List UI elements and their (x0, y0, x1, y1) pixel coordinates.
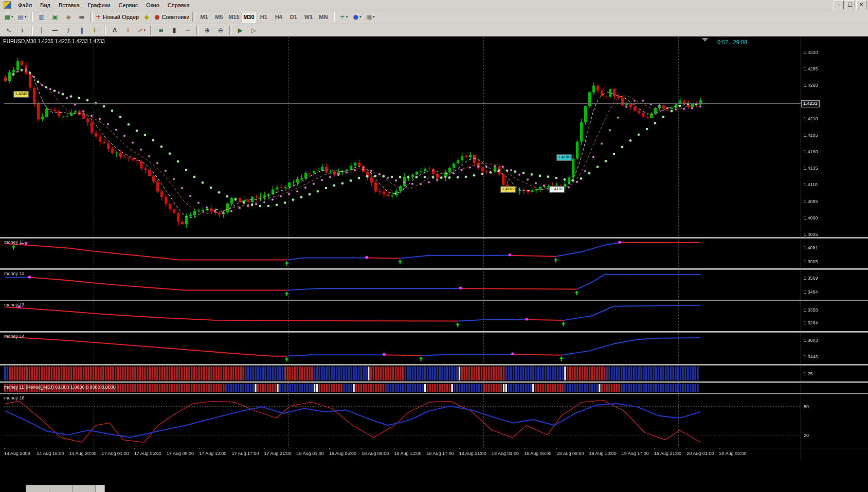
terminal-button[interactable]: ▬ (76, 11, 88, 23)
menu-item-4[interactable]: Сервис (115, 1, 142, 9)
profiles-button[interactable]: ▤▾ (16, 11, 28, 23)
minimize-button[interactable]: – (834, 1, 844, 9)
auto-scroll-icon: ▶ (238, 27, 242, 33)
arrows-icon: ↗ (137, 27, 142, 33)
menu-item-3[interactable]: Графики (84, 1, 115, 9)
timeframe-m5-button[interactable]: M5 (212, 12, 226, 23)
toolbar-separator (333, 12, 335, 22)
horizontal-line-button[interactable]: — (49, 25, 61, 36)
timeframe-mn-button[interactable]: MN (316, 12, 330, 23)
chart-tab[interactable] (73, 485, 96, 492)
metaeditor-icon: ◆ (144, 14, 149, 20)
market-watch-icon: ▥ (39, 14, 44, 20)
line-chart-mode-button[interactable]: ~ (182, 25, 194, 36)
timeframe-h1-button[interactable]: H1 (257, 12, 270, 23)
app-icon (4, 1, 11, 9)
indicators-icon: + (340, 14, 345, 20)
timeframe-m30-button[interactable]: M30 (242, 12, 256, 23)
data-window-button[interactable]: ▣ (49, 11, 61, 23)
data-window-icon: ▣ (52, 14, 58, 20)
templates-icon: ▦ (366, 14, 372, 20)
chart-tab[interactable] (26, 485, 49, 492)
text-label-icon: T (126, 27, 130, 33)
text-button[interactable]: A (109, 25, 121, 36)
expert-advisors-label: Советники (162, 14, 190, 20)
menu-item-2[interactable]: Вставка (55, 1, 84, 9)
dropdown-caret-icon: ▾ (346, 15, 348, 19)
close-button[interactable]: × (856, 1, 866, 9)
timeframe-w1-button[interactable]: W1 (301, 12, 315, 23)
toolbar-separator (196, 26, 198, 35)
cursor-button[interactable]: ↖ (3, 25, 15, 36)
timeframe-d1-button[interactable]: D1 (286, 12, 300, 23)
menu-bar: ФайлВидВставкаГрафикиСервисОкноСправка –… (0, 0, 868, 10)
text-icon: A (113, 27, 117, 33)
trendline-button[interactable]: / (62, 25, 75, 36)
zoom-out-button[interactable]: ⊖ (214, 25, 227, 36)
horizontal-line-icon: — (52, 27, 58, 33)
terminal-icon: ▬ (79, 14, 84, 20)
toolbar-separator (229, 26, 231, 35)
expert-advisors-button[interactable]: ●Советники (154, 11, 190, 23)
menu-item-5[interactable]: Окно (142, 1, 164, 9)
toolbar-separator (192, 12, 194, 22)
market-watch-button[interactable]: ▥ (35, 11, 48, 23)
crosshair-button[interactable]: + (16, 25, 28, 36)
candlestick-mode-button[interactable]: ▮ (168, 25, 180, 36)
chart-tab[interactable] (49, 485, 73, 492)
bar-chart-mode-icon: ≡ (158, 27, 164, 33)
toolbar-separator (104, 26, 106, 35)
periods-button[interactable]: ●▾ (351, 11, 363, 23)
line-studies-toolbar: ↖+|—/∥FAT↗▾≡▮~⊕⊖▶▷ (0, 24, 868, 37)
timeframe-m15-button[interactable]: M15 (227, 12, 241, 23)
chart-window: 1.43101.42851.42601.42101.41851.41601.41… (0, 37, 868, 492)
cursor-icon: ↖ (6, 27, 11, 33)
new-order-button[interactable]: +Новый Ордер (95, 11, 139, 23)
bar-chart-mode-button[interactable]: ≡ (155, 25, 167, 36)
toolbar-separator (31, 12, 33, 22)
timeframe-m1-button[interactable]: M1 (197, 12, 211, 23)
indicators-button[interactable]: +▾ (337, 11, 350, 23)
toolbar-separator (91, 12, 93, 22)
crosshair-icon: + (20, 27, 25, 33)
dropdown-caret-icon: ▾ (373, 15, 375, 19)
auto-scroll-button[interactable]: ▶ (234, 25, 246, 36)
new-chart-button[interactable]: ▦▾ (3, 11, 15, 23)
templates-button[interactable]: ▦▾ (364, 11, 376, 23)
chart-shift-button[interactable]: ▷ (247, 25, 260, 36)
toolbar-separator (150, 26, 152, 35)
restore-button[interactable]: □ (845, 1, 855, 9)
metaeditor-button[interactable]: ◆ (140, 11, 153, 23)
zoom-in-icon: ⊕ (205, 27, 210, 33)
dropdown-caret-icon: ▾ (143, 28, 146, 32)
new-order-icon: + (96, 14, 101, 20)
dropdown-caret-icon: ▾ (25, 15, 27, 19)
toolbar-separator (31, 26, 33, 35)
profiles-icon: ▤ (18, 14, 24, 20)
menu-item-1[interactable]: Вид (36, 1, 55, 9)
navigator-button[interactable]: ◈ (62, 11, 75, 23)
fibonacci-icon: F (94, 27, 97, 33)
dropdown-caret-icon: ▾ (11, 15, 13, 19)
timeframe-h4-button[interactable]: H4 (272, 12, 285, 23)
chart-canvas[interactable] (0, 37, 868, 492)
chart-tab-bar[interactable] (26, 485, 105, 492)
expert-advisors-icon: ● (154, 14, 159, 20)
menu-item-0[interactable]: Файл (14, 1, 36, 9)
trendline-icon: / (67, 27, 69, 33)
text-label-button[interactable]: T (122, 25, 134, 36)
periods-icon: ● (353, 14, 358, 20)
vertical-line-button[interactable]: | (35, 25, 48, 36)
zoom-out-icon: ⊖ (218, 27, 223, 33)
equidistant-channel-button[interactable]: ∥ (76, 25, 88, 36)
menu-item-6[interactable]: Справка (164, 1, 194, 9)
fibonacci-button[interactable]: F (89, 25, 101, 36)
zoom-in-button[interactable]: ⊕ (201, 25, 213, 36)
line-chart-mode-icon: ~ (185, 27, 190, 33)
arrows-button[interactable]: ↗▾ (135, 25, 148, 36)
equidistant-channel-icon: ∥ (80, 27, 83, 33)
navigator-icon: ◈ (66, 14, 70, 20)
new-chart-icon: ▦ (5, 14, 10, 20)
candlestick-mode-icon: ▮ (173, 27, 176, 33)
standard-toolbar: ▦▾▤▾▥▣◈▬+Новый Ордер◆●СоветникиM1M5M15M3… (0, 10, 868, 24)
